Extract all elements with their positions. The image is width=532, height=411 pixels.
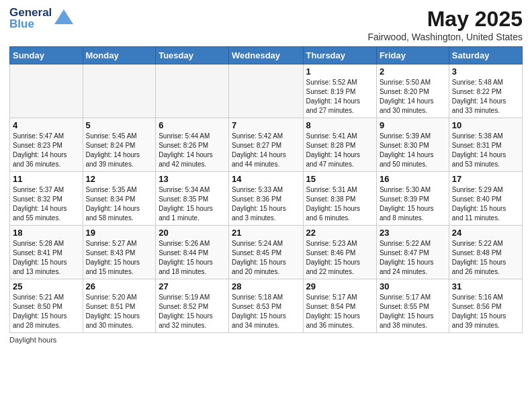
day-number: 8 xyxy=(306,120,373,130)
calendar-cell: 30Sunrise: 5:17 AMSunset: 8:55 PMDayligh… xyxy=(376,279,449,333)
day-number: 30 xyxy=(380,281,446,291)
calendar-cell: 15Sunrise: 5:31 AMSunset: 8:38 PMDayligh… xyxy=(303,172,376,226)
calendar-cell: 27Sunrise: 5:19 AMSunset: 8:52 PMDayligh… xyxy=(156,279,229,333)
day-number: 5 xyxy=(86,120,153,130)
day-number: 17 xyxy=(452,174,519,184)
day-number: 23 xyxy=(380,228,446,238)
calendar-cell: 19Sunrise: 5:27 AMSunset: 8:43 PMDayligh… xyxy=(83,226,156,279)
day-number: 22 xyxy=(306,228,373,238)
day-info: Sunrise: 5:23 AMSunset: 8:46 PMDaylight:… xyxy=(306,239,373,277)
day-number: 20 xyxy=(159,228,226,238)
calendar-cell: 8Sunrise: 5:41 AMSunset: 8:28 PMDaylight… xyxy=(303,118,376,172)
day-number: 4 xyxy=(13,120,80,130)
calendar-cell: 2Sunrise: 5:50 AMSunset: 8:20 PMDaylight… xyxy=(376,64,449,118)
calendar-cell: 6Sunrise: 5:44 AMSunset: 8:26 PMDaylight… xyxy=(156,118,229,172)
day-number: 7 xyxy=(232,120,300,130)
calendar-week-row: 25Sunrise: 5:21 AMSunset: 8:50 PMDayligh… xyxy=(10,279,523,333)
logo: General Blue xyxy=(9,7,73,30)
calendar-cell: 24Sunrise: 5:22 AMSunset: 8:48 PMDayligh… xyxy=(449,226,522,279)
calendar-cell xyxy=(83,64,156,118)
calendar-cell: 23Sunrise: 5:22 AMSunset: 8:47 PMDayligh… xyxy=(376,226,449,279)
daylight-label: Daylight hours xyxy=(9,336,56,344)
day-info: Sunrise: 5:27 AMSunset: 8:43 PMDaylight:… xyxy=(86,239,153,277)
day-number: 1 xyxy=(306,66,373,77)
calendar-cell: 21Sunrise: 5:24 AMSunset: 8:45 PMDayligh… xyxy=(229,226,303,279)
calendar-week-row: 4Sunrise: 5:47 AMSunset: 8:23 PMDaylight… xyxy=(10,118,523,172)
calendar-day-header: Sunday xyxy=(10,47,83,64)
day-info: Sunrise: 5:28 AMSunset: 8:41 PMDaylight:… xyxy=(13,239,80,277)
day-info: Sunrise: 5:30 AMSunset: 8:39 PMDaylight:… xyxy=(380,185,446,223)
day-info: Sunrise: 5:47 AMSunset: 8:23 PMDaylight:… xyxy=(13,132,80,169)
header: General Blue May 2025 Fairwood, Washingt… xyxy=(9,7,523,42)
day-number: 16 xyxy=(380,174,446,184)
calendar-day-header: Wednesday xyxy=(229,47,303,64)
calendar-cell xyxy=(156,64,229,118)
calendar-day-header: Monday xyxy=(83,47,156,64)
calendar-table: SundayMondayTuesdayWednesdayThursdayFrid… xyxy=(9,46,523,333)
day-info: Sunrise: 5:45 AMSunset: 8:24 PMDaylight:… xyxy=(86,132,153,169)
calendar-week-row: 18Sunrise: 5:28 AMSunset: 8:41 PMDayligh… xyxy=(10,226,523,279)
day-info: Sunrise: 5:33 AMSunset: 8:36 PMDaylight:… xyxy=(232,185,300,223)
day-info: Sunrise: 5:17 AMSunset: 8:54 PMDaylight:… xyxy=(306,293,373,330)
calendar-cell: 14Sunrise: 5:33 AMSunset: 8:36 PMDayligh… xyxy=(229,172,303,226)
day-number: 31 xyxy=(452,281,519,291)
calendar-cell: 5Sunrise: 5:45 AMSunset: 8:24 PMDaylight… xyxy=(83,118,156,172)
day-info: Sunrise: 5:52 AMSunset: 8:19 PMDaylight:… xyxy=(306,78,373,116)
day-info: Sunrise: 5:20 AMSunset: 8:51 PMDaylight:… xyxy=(86,293,153,330)
day-info: Sunrise: 5:42 AMSunset: 8:27 PMDaylight:… xyxy=(232,132,300,169)
calendar-header-row: SundayMondayTuesdayWednesdayThursdayFrid… xyxy=(10,47,523,64)
day-number: 11 xyxy=(13,174,80,184)
day-info: Sunrise: 5:34 AMSunset: 8:35 PMDaylight:… xyxy=(159,185,226,223)
calendar-day-header: Tuesday xyxy=(156,47,229,64)
day-number: 3 xyxy=(452,66,519,77)
day-info: Sunrise: 5:17 AMSunset: 8:55 PMDaylight:… xyxy=(380,293,446,330)
calendar-cell: 29Sunrise: 5:17 AMSunset: 8:54 PMDayligh… xyxy=(303,279,376,333)
day-number: 21 xyxy=(232,228,300,238)
day-number: 19 xyxy=(86,228,153,238)
calendar-cell: 1Sunrise: 5:52 AMSunset: 8:19 PMDaylight… xyxy=(303,64,376,118)
calendar-cell: 12Sunrise: 5:35 AMSunset: 8:34 PMDayligh… xyxy=(83,172,156,226)
logo-icon xyxy=(54,9,73,24)
logo-blue: Blue xyxy=(9,18,52,30)
day-info: Sunrise: 5:16 AMSunset: 8:56 PMDaylight:… xyxy=(452,293,519,330)
day-info: Sunrise: 5:39 AMSunset: 8:30 PMDaylight:… xyxy=(380,132,446,169)
day-info: Sunrise: 5:50 AMSunset: 8:20 PMDaylight:… xyxy=(380,78,446,116)
day-info: Sunrise: 5:26 AMSunset: 8:44 PMDaylight:… xyxy=(159,239,226,277)
day-number: 2 xyxy=(380,66,446,77)
calendar-cell: 28Sunrise: 5:18 AMSunset: 8:53 PMDayligh… xyxy=(229,279,303,333)
calendar-cell: 4Sunrise: 5:47 AMSunset: 8:23 PMDaylight… xyxy=(10,118,83,172)
calendar-cell: 9Sunrise: 5:39 AMSunset: 8:30 PMDaylight… xyxy=(376,118,449,172)
day-number: 24 xyxy=(452,228,519,238)
calendar-cell: 17Sunrise: 5:29 AMSunset: 8:40 PMDayligh… xyxy=(449,172,522,226)
calendar-day-header: Friday xyxy=(376,47,449,64)
day-info: Sunrise: 5:19 AMSunset: 8:52 PMDaylight:… xyxy=(159,293,226,330)
footer: Daylight hours xyxy=(9,336,523,344)
day-info: Sunrise: 5:24 AMSunset: 8:45 PMDaylight:… xyxy=(232,239,300,277)
subtitle: Fairwood, Washington, United States xyxy=(367,32,523,42)
calendar-cell: 20Sunrise: 5:26 AMSunset: 8:44 PMDayligh… xyxy=(156,226,229,279)
day-info: Sunrise: 5:31 AMSunset: 8:38 PMDaylight:… xyxy=(306,185,373,223)
day-number: 15 xyxy=(306,174,373,184)
calendar-day-header: Thursday xyxy=(303,47,376,64)
page-container: General Blue May 2025 Fairwood, Washingt… xyxy=(0,0,532,351)
day-number: 18 xyxy=(13,228,80,238)
calendar-cell: 25Sunrise: 5:21 AMSunset: 8:50 PMDayligh… xyxy=(10,279,83,333)
day-info: Sunrise: 5:29 AMSunset: 8:40 PMDaylight:… xyxy=(452,185,519,223)
day-info: Sunrise: 5:18 AMSunset: 8:53 PMDaylight:… xyxy=(232,293,300,330)
day-info: Sunrise: 5:44 AMSunset: 8:26 PMDaylight:… xyxy=(159,132,226,169)
day-number: 26 xyxy=(86,281,153,291)
day-info: Sunrise: 5:48 AMSunset: 8:22 PMDaylight:… xyxy=(452,78,519,116)
calendar-cell: 26Sunrise: 5:20 AMSunset: 8:51 PMDayligh… xyxy=(83,279,156,333)
day-info: Sunrise: 5:35 AMSunset: 8:34 PMDaylight:… xyxy=(86,185,153,223)
day-info: Sunrise: 5:22 AMSunset: 8:47 PMDaylight:… xyxy=(380,239,446,277)
calendar-cell xyxy=(10,64,83,118)
day-number: 10 xyxy=(452,120,519,130)
day-info: Sunrise: 5:37 AMSunset: 8:32 PMDaylight:… xyxy=(13,185,80,223)
day-number: 13 xyxy=(159,174,226,184)
day-number: 27 xyxy=(159,281,226,291)
day-number: 28 xyxy=(232,281,300,291)
day-number: 6 xyxy=(159,120,226,130)
day-info: Sunrise: 5:22 AMSunset: 8:48 PMDaylight:… xyxy=(452,239,519,277)
calendar-cell: 16Sunrise: 5:30 AMSunset: 8:39 PMDayligh… xyxy=(376,172,449,226)
main-title: May 2025 xyxy=(367,7,523,32)
